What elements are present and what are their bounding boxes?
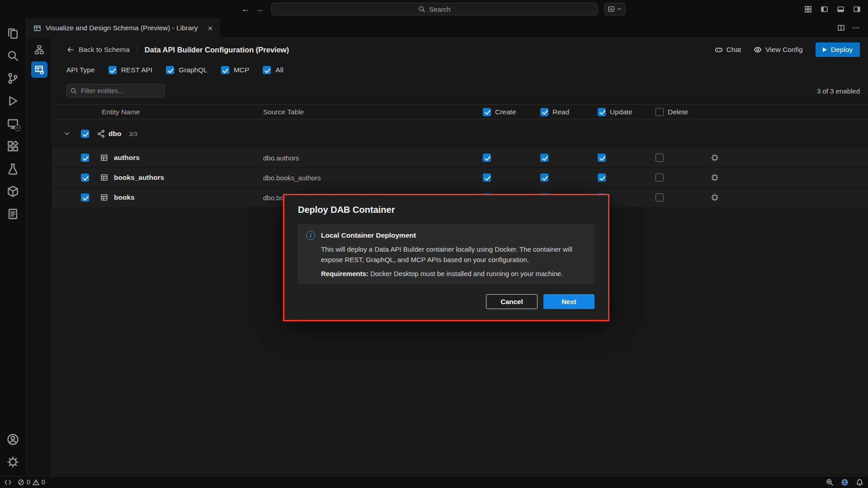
titlebar-dropdown[interactable] xyxy=(604,3,626,15)
entity-settings-gear-icon[interactable] xyxy=(711,154,719,162)
filter-row: 3 of 3 enabled xyxy=(66,84,860,98)
nav-forward-icon[interactable]: → xyxy=(252,5,266,14)
secondary-icon-bar xyxy=(26,38,52,476)
group-count: 3/3 xyxy=(129,131,137,137)
read-label: Read xyxy=(552,108,569,116)
delete-checkbox[interactable] xyxy=(656,154,664,162)
api-type-row: API Type REST API GraphQL MCP All xyxy=(66,63,283,77)
page-title: Data API Builder Configuration (Preview) xyxy=(145,46,289,54)
api-type-label: API Type xyxy=(66,66,95,74)
extensions-icon[interactable] xyxy=(2,135,24,157)
remote-explorer-icon[interactable]: × xyxy=(2,112,24,135)
vscode-window: ← → Search xyxy=(0,0,868,488)
deploy-dab-container-dialog: Deploy DAB Container i Local Container D… xyxy=(283,194,609,321)
command-center-search[interactable]: Search xyxy=(271,3,598,15)
toggle-sidebar-icon[interactable] xyxy=(819,4,829,14)
testing-icon[interactable] xyxy=(2,157,24,180)
table-row-authors[interactable]: authors dbo.authors xyxy=(52,148,868,167)
delete-checkbox[interactable] xyxy=(656,193,664,202)
error-count: 0 xyxy=(27,479,30,486)
tab-label: Visualize and Design Schema (Preview) - … xyxy=(46,24,198,32)
table-row-books-authors[interactable]: books_authors dbo.books_authors xyxy=(52,168,868,187)
table-icon xyxy=(100,194,108,202)
info-panel-body: This will deploy a Data API Builder cont… xyxy=(321,244,586,265)
tab-visualize-design-schema[interactable]: Visualize and Design Schema (Preview) - … xyxy=(26,18,220,38)
problems-counter[interactable]: 0 0 xyxy=(18,479,45,486)
api-option-mcp[interactable]: MCP xyxy=(221,66,249,74)
info-icon: i xyxy=(306,231,315,240)
mcp-label: MCP xyxy=(234,66,249,74)
row-checkbox[interactable] xyxy=(81,174,89,182)
tabstrip: Visualize and Design Schema (Preview) - … xyxy=(26,18,868,38)
nav-back-icon[interactable]: ← xyxy=(239,5,252,14)
chevron-down-icon[interactable] xyxy=(63,130,71,137)
dab-config-icon[interactable] xyxy=(31,61,47,78)
simple-browser-icon[interactable] xyxy=(841,479,849,486)
settings-gear-icon[interactable] xyxy=(2,450,24,473)
notifications-bell-icon[interactable] xyxy=(856,479,863,486)
page-header: Back to Schema Data API Builder Configur… xyxy=(52,38,868,61)
arrow-left-icon xyxy=(66,46,75,54)
delete-all-checkbox[interactable] xyxy=(656,108,664,116)
notes-icon[interactable] xyxy=(2,202,24,225)
play-icon xyxy=(823,47,827,52)
api-option-all[interactable]: All xyxy=(263,66,283,74)
package-icon[interactable] xyxy=(2,180,24,202)
rest-api-checkbox[interactable] xyxy=(108,66,117,74)
run-debug-icon[interactable] xyxy=(2,89,24,112)
layout-grid-icon[interactable] xyxy=(803,4,813,14)
graphql-checkbox[interactable] xyxy=(166,66,174,74)
back-to-schema-link[interactable]: Back to Schema xyxy=(66,46,130,54)
source-control-icon[interactable] xyxy=(2,67,24,89)
mcp-checkbox[interactable] xyxy=(221,66,229,74)
read-checkbox[interactable] xyxy=(540,154,548,162)
read-checkbox[interactable] xyxy=(540,174,548,182)
entity-name: books xyxy=(114,193,135,202)
column-delete: Delete xyxy=(656,108,688,116)
zoom-icon[interactable] xyxy=(826,479,834,486)
filter-entities-input[interactable] xyxy=(66,84,165,98)
create-checkbox[interactable] xyxy=(483,174,491,182)
column-create: Create xyxy=(483,108,516,116)
api-option-rest[interactable]: REST API xyxy=(108,66,153,74)
entity-settings-gear-icon[interactable] xyxy=(711,174,719,182)
read-all-checkbox[interactable] xyxy=(540,108,548,116)
api-option-graphql[interactable]: GraphQL xyxy=(166,66,208,74)
schema-group-row[interactable]: dbo 3/3 xyxy=(52,123,868,145)
update-all-checkbox[interactable] xyxy=(598,108,606,116)
chat-button[interactable]: Chat xyxy=(715,46,741,54)
group-name: dbo xyxy=(108,130,121,138)
cancel-button[interactable]: Cancel xyxy=(486,294,538,309)
deploy-button[interactable]: Deploy xyxy=(816,42,860,57)
create-label: Create xyxy=(495,108,516,116)
column-source-table: Source Table xyxy=(263,108,304,116)
header-actions: Chat View Config Deploy xyxy=(715,42,860,57)
remote-indicator-icon[interactable] xyxy=(5,479,11,486)
view-config-button[interactable]: View Config xyxy=(754,46,802,54)
update-checkbox[interactable] xyxy=(598,154,606,162)
create-all-checkbox[interactable] xyxy=(483,108,491,116)
group-checkbox[interactable] xyxy=(81,130,89,138)
row-checkbox[interactable] xyxy=(81,154,89,162)
explorer-icon[interactable] xyxy=(2,22,24,44)
toggle-panel-icon[interactable] xyxy=(835,4,845,14)
row-checkbox[interactable] xyxy=(81,193,89,202)
schema-designer-icon[interactable] xyxy=(31,42,47,58)
entity-settings-gear-icon[interactable] xyxy=(711,193,719,202)
account-icon[interactable] xyxy=(2,428,24,450)
next-button[interactable]: Next xyxy=(543,294,594,309)
delete-checkbox[interactable] xyxy=(656,174,664,182)
create-checkbox[interactable] xyxy=(483,154,491,162)
tab-close-icon[interactable]: × xyxy=(208,24,213,33)
requirements-line: Requirements: Docker Desktop must be ins… xyxy=(321,270,586,277)
search-sidebar-icon[interactable] xyxy=(2,44,24,67)
more-actions-icon[interactable] xyxy=(852,24,860,32)
update-checkbox[interactable] xyxy=(598,174,606,182)
split-editor-icon[interactable] xyxy=(837,24,845,32)
toggle-secondary-sidebar-icon[interactable] xyxy=(852,4,862,14)
all-checkbox[interactable] xyxy=(263,66,271,74)
graphql-label: GraphQL xyxy=(179,66,208,74)
table-icon xyxy=(100,174,108,182)
status-bar-right xyxy=(826,479,863,486)
warning-icon xyxy=(33,479,39,486)
